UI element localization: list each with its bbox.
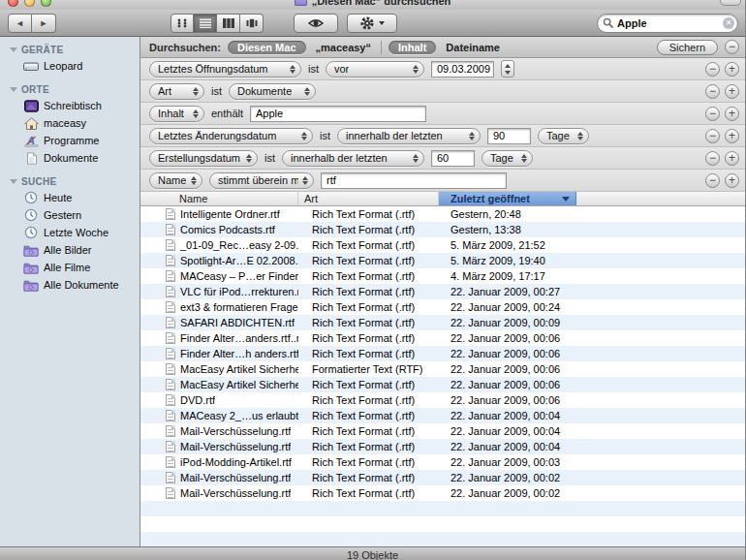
column-header-zuletzt-geoeffnet[interactable]: Zuletzt geöffnet	[439, 192, 576, 205]
file-row[interactable]: _01-09_Rec…easy 2-09.rtfRich Text Format…	[140, 237, 745, 253]
toolbar-toggle-button[interactable]	[720, 0, 741, 6]
search-input[interactable]	[617, 17, 723, 29]
file-row[interactable]: Mail-Verschüsselung.rtfRich Text Format …	[140, 470, 745, 485]
sidebar-item-leopard[interactable]: Leopard	[0, 57, 140, 75]
criterion-value-field[interactable]: 60	[431, 150, 475, 167]
back-button[interactable]: ◄	[8, 14, 32, 33]
remove-criterion-button[interactable]: −	[705, 151, 720, 166]
file-row[interactable]: SAFARI ABDICHTEN.rtfRich Text Format (.r…	[140, 315, 745, 330]
sidebar-item-schreibtisch[interactable]: Schreibtisch	[0, 97, 140, 114]
file-name-cell: SAFARI ABDICHTEN.rtf	[140, 317, 298, 328]
search-field[interactable]: ✕	[597, 14, 738, 33]
file-row[interactable]: DVD.rtfRich Text Format (.rtf)22. Januar…	[140, 392, 745, 408]
remove-criterion-button[interactable]: −	[705, 84, 720, 99]
action-button[interactable]	[347, 14, 397, 33]
criterion-popup[interactable]: Letztes Öffnungsdatum	[149, 61, 301, 78]
criterion-popup[interactable]: Art	[149, 83, 204, 100]
stepper-down-icon[interactable]	[505, 71, 511, 75]
rtf-document-icon	[166, 255, 175, 266]
sidebar-item-alle-filme[interactable]: Alle Filme	[0, 259, 140, 276]
disclosure-triangle-icon[interactable]	[10, 179, 17, 184]
criterion-popup[interactable]: stimmt überein mit	[209, 172, 314, 189]
criterion-popup[interactable]: innerhalb der letzten	[337, 128, 481, 144]
criterion-popup[interactable]: Erstellungsdatum	[149, 150, 258, 167]
file-name: Mail-Verschüsselung.rtf	[180, 487, 291, 499]
file-row[interactable]: VLC für iPod…rrekturen.rtfRich Text Form…	[140, 284, 745, 299]
file-row[interactable]: Mail-Verschüsselung.rtfRich Text Format …	[140, 423, 745, 439]
file-row[interactable]: MACeasy 2_…us erlaubt.rtfRich Text Forma…	[140, 408, 745, 423]
forward-button[interactable]: ►	[32, 14, 56, 33]
sort-descending-icon	[562, 197, 570, 202]
criterion-popup[interactable]: innerhalb der letzten	[282, 150, 424, 167]
file-row[interactable]: Intelligente Ordner.rtfRich Text Format …	[140, 206, 745, 222]
sidebar-item-gestern[interactable]: Gestern	[0, 206, 140, 224]
criterion-value-field[interactable]: 90	[487, 128, 531, 144]
add-criterion-button[interactable]: +	[725, 84, 739, 99]
remove-criterion-button[interactable]: −	[705, 173, 720, 188]
disclosure-triangle-icon[interactable]	[10, 47, 17, 52]
mode-filename-button[interactable]: Dateiname	[443, 41, 503, 54]
add-criterion-button[interactable]: +	[725, 62, 739, 77]
criterion-popup[interactable]: Letztes Änderungsdatum	[149, 128, 313, 144]
file-row[interactable]: Mail-Verschüsselung.rtfRich Text Format …	[140, 439, 745, 454]
criterion-popup[interactable]: Tage	[482, 150, 533, 167]
column-view-button[interactable]	[217, 14, 240, 33]
file-row[interactable]: Mail-Verschüsselung.rtfRich Text Format …	[140, 485, 745, 501]
sidebar-item-dokumente[interactable]: Dokumente	[0, 149, 140, 167]
criterion-popup[interactable]: vor	[326, 61, 424, 78]
file-row[interactable]: Comics Podcasts.rtfRich Text Format (.rt…	[140, 222, 745, 237]
quicklook-button[interactable]	[294, 14, 338, 33]
sidebar-item-heute[interactable]: Heute	[0, 189, 140, 206]
list-view-button[interactable]	[194, 14, 217, 33]
disclosure-triangle-icon[interactable]	[10, 87, 17, 92]
sidebar-item-alle-dokumente[interactable]: Alle Dokumente	[0, 276, 140, 294]
add-criterion-button[interactable]: +	[725, 173, 739, 188]
file-row[interactable]: MacEasy Artikel Sicherheit.rtfRich Text …	[140, 377, 745, 392]
popup-arrows-icon	[413, 154, 419, 163]
remove-criterion-button[interactable]: −	[705, 129, 720, 143]
add-criterion-button[interactable]: +	[725, 129, 739, 143]
criterion-popup[interactable]: Inhalt	[149, 106, 204, 122]
criterion-value-field[interactable]: Apple	[250, 106, 426, 122]
column-header-name[interactable]: Name	[140, 192, 298, 205]
file-row[interactable]: MacEasy Artikel Sicherheit.rtfFormatiert…	[140, 361, 745, 377]
smart-folder-icon	[23, 243, 39, 257]
file-row[interactable]: ext3 & formatieren Frage.rtfRich Text Fo…	[140, 299, 745, 315]
column-header-art[interactable]: Art	[298, 192, 439, 205]
date-stepper[interactable]	[501, 60, 514, 78]
file-row[interactable]: Finder Alter…anders.rtf..rtfRich Text Fo…	[140, 330, 745, 346]
sidebar-item-maceasy[interactable]: maceasy	[0, 114, 140, 132]
remove-criterion-button[interactable]: −	[705, 107, 720, 121]
file-row[interactable]: Spotlight-Ar…E 02.2008.rtfRich Text Form…	[140, 253, 745, 268]
coverflow-view-button[interactable]	[240, 14, 264, 33]
criterion-date-field[interactable]: 09.03.2009	[431, 61, 494, 78]
sidebar-item-alle-bilder[interactable]: Alle Bilder	[0, 241, 140, 259]
add-criterion-button[interactable]: +	[725, 151, 739, 166]
criterion-popup[interactable]: Dokumente	[229, 83, 316, 100]
scope-this-mac-button[interactable]: Diesen Mac	[228, 41, 306, 54]
file-row[interactable]: Finder Alter…h anders.rtf0Rich Text Form…	[140, 346, 745, 361]
file-row[interactable]: iPod-Modding-Artikel.rtfRich Text Format…	[140, 454, 745, 470]
scope-maceasy-button[interactable]: „maceasy“	[313, 41, 375, 54]
criterion-popup[interactable]: Tage	[538, 128, 589, 144]
add-criterion-button[interactable]: +	[725, 107, 739, 121]
stepper-up-icon[interactable]	[505, 64, 511, 68]
sidebar-section-header[interactable]: SUCHE	[0, 174, 140, 189]
title-bar[interactable]: „Diesen Mac“ durchsuchen	[0, 0, 745, 10]
remove-criterion-button[interactable]: −	[705, 62, 720, 77]
save-search-button[interactable]: Sichern	[657, 40, 718, 55]
sidebar-section-header[interactable]: GERÄTE	[0, 43, 140, 57]
remove-scope-button[interactable]: −	[725, 40, 739, 54]
sidebar-item-programme[interactable]: AProgramme	[0, 132, 140, 149]
file-row[interactable]: MACeasy – P…er Finder.rtfRich Text Forma…	[140, 268, 745, 284]
icon-view-button[interactable]	[171, 14, 194, 33]
file-kind: Rich Text Format (.rtf)	[298, 301, 439, 313]
criterion-value-field[interactable]: rtf	[321, 172, 507, 189]
sidebar-section-header[interactable]: ORTE	[0, 82, 140, 97]
criterion-popup[interactable]: Name	[149, 172, 202, 189]
sidebar-item-letzte-woche[interactable]: Letzte Woche	[0, 224, 140, 241]
mode-content-button[interactable]: Inhalt	[389, 41, 436, 54]
clear-search-icon[interactable]: ✕	[723, 17, 734, 29]
rtf-document-icon	[166, 239, 175, 251]
file-list[interactable]: Intelligente Ordner.rtfRich Text Format …	[140, 206, 745, 546]
